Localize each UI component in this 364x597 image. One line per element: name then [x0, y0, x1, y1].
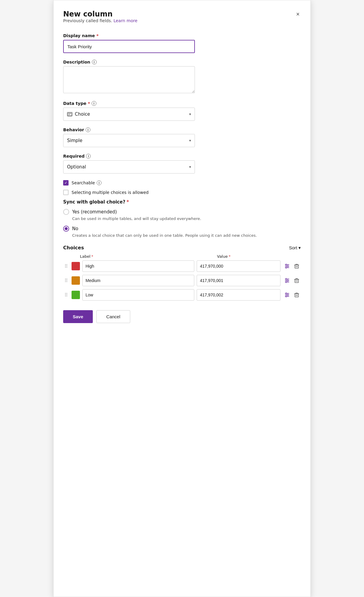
- color-swatch-2[interactable]: [72, 291, 80, 299]
- multiple-choices-checkbox[interactable]: [63, 190, 69, 195]
- save-button[interactable]: Save: [63, 310, 93, 323]
- searchable-label: Searchable i: [72, 180, 101, 185]
- dialog-subtitle: Previously called fields. Learn more: [63, 18, 137, 23]
- new-column-dialog: New column Previously called fields. Lea…: [53, 0, 311, 597]
- svg-point-6: [286, 264, 287, 265]
- choice-value-input-2[interactable]: [197, 289, 280, 301]
- svg-point-18: [286, 281, 287, 283]
- adjust-button-1[interactable]: [283, 276, 291, 285]
- row-actions-1: [283, 276, 301, 285]
- choice-value-input-1[interactable]: [197, 275, 280, 286]
- delete-button-1[interactable]: [292, 276, 301, 285]
- cancel-button[interactable]: Cancel: [96, 310, 130, 323]
- required-star: *: [96, 33, 98, 38]
- adjust-button-2[interactable]: [283, 291, 291, 299]
- choices-section: Choices Sort ▾ Label * Value * ⠿: [63, 245, 301, 301]
- radio-no[interactable]: [63, 226, 69, 232]
- radio-option-yes: Yes (recommended) Can be used in multipl…: [63, 209, 301, 221]
- choice-row: ⠿: [63, 260, 301, 272]
- description-info-icon: i: [92, 60, 97, 64]
- choice-label-input-0[interactable]: [82, 260, 194, 272]
- choice-row: ⠿: [63, 289, 301, 301]
- required-info-icon: i: [86, 154, 91, 159]
- behavior-info-icon: i: [86, 127, 90, 132]
- choices-header: Choices Sort ▾: [63, 245, 301, 251]
- svg-point-27: [287, 294, 288, 296]
- required-select[interactable]: Optional ▾: [63, 160, 195, 174]
- data-type-label: Data type * i: [63, 101, 301, 106]
- sort-button[interactable]: Sort ▾: [289, 245, 301, 251]
- required-value: Optional: [67, 164, 86, 170]
- close-button[interactable]: ×: [295, 10, 301, 18]
- required-star-2: *: [88, 101, 90, 106]
- data-type-group: Data type * i Choice ▾: [63, 101, 301, 121]
- choice-row: ⠿: [63, 275, 301, 286]
- choice-value-input-0[interactable]: [197, 260, 280, 272]
- choices-column-headers: Label * Value *: [63, 254, 301, 259]
- dialog-title: New column: [63, 10, 137, 18]
- searchable-row: ✓ Searchable i: [63, 180, 301, 186]
- svg-rect-29: [295, 294, 298, 297]
- learn-more-link[interactable]: Learn more: [113, 18, 137, 23]
- data-type-chevron: ▾: [189, 112, 191, 116]
- color-swatch-1[interactable]: [72, 276, 80, 285]
- choice-type-icon: [67, 112, 72, 116]
- choices-list: ⠿: [63, 260, 301, 301]
- svg-rect-0: [68, 113, 72, 116]
- display-name-input[interactable]: [63, 40, 195, 53]
- data-type-info-icon: i: [92, 101, 96, 106]
- required-label: Required i: [63, 154, 301, 159]
- dialog-header: New column Previously called fields. Lea…: [63, 10, 301, 31]
- sync-required-star: *: [127, 199, 129, 205]
- svg-point-16: [286, 278, 287, 280]
- radio-yes-desc: Can be used in multiple tables, and will…: [72, 216, 301, 221]
- svg-rect-19: [295, 279, 298, 283]
- svg-point-28: [286, 296, 287, 297]
- choice-label-input-1[interactable]: [82, 275, 194, 286]
- sync-global-title: Sync with global choice? *: [63, 199, 301, 205]
- row-actions-0: [283, 262, 301, 270]
- required-select-display[interactable]: Optional ▾: [63, 160, 195, 174]
- radio-yes[interactable]: [63, 209, 69, 215]
- radio-no-desc: Creates a local choice that can only be …: [72, 233, 301, 238]
- drag-handle-1[interactable]: ⠿: [63, 278, 69, 284]
- row-actions-2: [283, 291, 301, 299]
- svg-point-17: [287, 280, 288, 281]
- required-group: Required i Optional ▾: [63, 154, 301, 174]
- dialog-title-group: New column Previously called fields. Lea…: [63, 10, 137, 31]
- choice-label-input-2[interactable]: [82, 289, 194, 301]
- description-input[interactable]: [63, 66, 195, 93]
- color-swatch-0[interactable]: [72, 262, 80, 270]
- display-name-group: Display name *: [63, 33, 301, 53]
- behavior-chevron: ▾: [189, 138, 191, 143]
- data-type-select[interactable]: Choice ▾: [63, 108, 195, 121]
- behavior-select[interactable]: Simple ▾: [63, 134, 195, 147]
- choices-section-title: Choices: [63, 245, 84, 251]
- svg-point-26: [286, 293, 287, 294]
- multiple-choices-label: Selecting multiple choices is allowed: [72, 190, 149, 195]
- drag-handle-0[interactable]: ⠿: [63, 263, 69, 269]
- required-chevron: ▾: [189, 165, 191, 169]
- radio-yes-label: Yes (recommended): [72, 209, 117, 215]
- description-group: Description i: [63, 60, 301, 94]
- searchable-info-icon: i: [97, 180, 101, 185]
- display-name-label: Display name *: [63, 33, 301, 38]
- delete-button-0[interactable]: [292, 262, 301, 270]
- data-type-select-display[interactable]: Choice ▾: [63, 108, 195, 121]
- delete-button-2[interactable]: [292, 291, 301, 299]
- multiple-choices-row: Selecting multiple choices is allowed: [63, 190, 301, 195]
- description-label: Description i: [63, 60, 301, 64]
- adjust-button-0[interactable]: [283, 262, 291, 270]
- label-column-header: Label *: [80, 254, 212, 259]
- sync-global-group: Sync with global choice? * Yes (recommen…: [63, 199, 301, 238]
- searchable-checkbox[interactable]: ✓: [63, 180, 69, 186]
- radio-group-sync: Yes (recommended) Can be used in multipl…: [63, 209, 301, 238]
- svg-point-7: [287, 266, 288, 267]
- behavior-group: Behavior i Simple ▾: [63, 127, 301, 147]
- svg-rect-9: [295, 265, 298, 268]
- behavior-select-display[interactable]: Simple ▾: [63, 134, 195, 147]
- data-type-value: Choice: [75, 111, 90, 117]
- radio-no-label: No: [72, 226, 78, 231]
- behavior-value: Simple: [67, 138, 82, 143]
- drag-handle-2[interactable]: ⠿: [63, 292, 69, 298]
